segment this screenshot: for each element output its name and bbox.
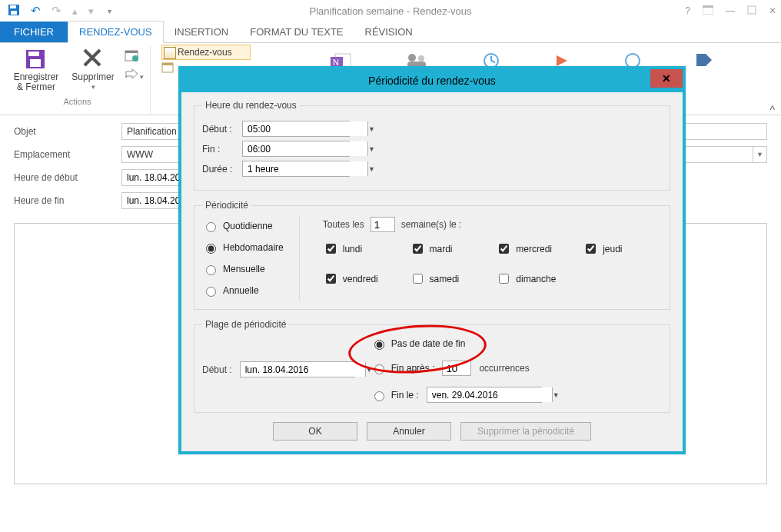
categorize-icon[interactable]: [695, 52, 713, 75]
down-arrow-icon[interactable]: ▾: [88, 5, 94, 17]
calendar-small-icon[interactable]: [125, 49, 144, 64]
end-time-label: Heure de fin: [14, 195, 121, 206]
fieldset-pattern: Périodicité Quotidienne Hebdomadaire Men…: [194, 200, 670, 310]
cb-tuesday[interactable]: mardi: [410, 241, 489, 256]
radio-daily-label: Quotidienne: [223, 221, 273, 231]
duration-combo[interactable]: ▼: [242, 161, 350, 177]
tab-insertion[interactable]: INSERTION: [164, 22, 240, 42]
occurrences-lbl: occurrences: [479, 363, 529, 374]
end-on-combo[interactable]: ▼: [427, 387, 542, 403]
svg-rect-13: [125, 51, 138, 53]
subject-label: Objet: [14, 126, 121, 137]
cb-monday[interactable]: lundi: [323, 241, 402, 256]
appointment-subtab[interactable]: Rendez-vous: [161, 45, 251, 60]
every-n-input[interactable]: [371, 217, 395, 232]
range-legend: Plage de périodicité: [202, 319, 289, 330]
pattern-legend: Périodicité: [202, 200, 251, 211]
end-time-combo[interactable]: ▼: [242, 141, 350, 157]
cb-friday-label: vendredi: [343, 274, 378, 284]
tab-revision[interactable]: RÉVISION: [354, 22, 424, 42]
svg-rect-2: [11, 11, 17, 15]
group-actions-label: Actions: [63, 97, 91, 106]
radio-yearly[interactable]: Annuelle: [202, 284, 284, 297]
location-label: Emplacement: [14, 149, 121, 160]
dialog-title-label: Périodicité du rendez-vous: [368, 75, 496, 87]
cb-sunday[interactable]: dimanche: [496, 271, 575, 286]
radio-end-on[interactable]: Fin le :: [371, 389, 419, 401]
cb-saturday[interactable]: samedi: [410, 271, 489, 286]
cb-thursday-label: jeudi: [603, 244, 622, 254]
duration-value[interactable]: [243, 161, 367, 176]
recurrence-dialog: Périodicité du rendez-vous Heure du rend…: [178, 66, 686, 454]
range-start-value[interactable]: [241, 362, 365, 377]
end-on-value[interactable]: [427, 387, 552, 402]
svg-rect-4: [703, 5, 713, 8]
redo-icon[interactable]: ↷: [52, 4, 61, 18]
svg-rect-7: [28, 52, 39, 56]
save-icon[interactable]: [8, 4, 20, 18]
start-time-value[interactable]: [243, 121, 367, 136]
svg-rect-5: [748, 6, 756, 14]
radio-weekly[interactable]: Hebdomadaire: [202, 241, 284, 254]
svg-point-20: [408, 54, 416, 62]
start-time-label: Heure de début: [14, 172, 121, 183]
chevron-down-icon[interactable]: ▼: [367, 121, 375, 136]
cb-saturday-label: samedi: [430, 274, 460, 284]
location-dropdown-icon[interactable]: ▼: [753, 146, 767, 163]
tab-format[interactable]: FORMAT DU TEXTE: [239, 22, 354, 42]
maximize-icon[interactable]: [747, 5, 756, 17]
chevron-down-icon[interactable]: ▼: [367, 141, 375, 156]
every-prefix: Toutes les: [323, 219, 364, 230]
window-close-icon[interactable]: ✕: [769, 5, 776, 16]
radio-monthly[interactable]: Mensuelle: [202, 263, 284, 275]
end-time-value[interactable]: [243, 141, 367, 156]
ribbon-options-icon[interactable]: [703, 5, 713, 17]
delete-button[interactable]: Supprimer ▾: [68, 46, 118, 92]
tab-rendezvous[interactable]: RENDEZ-VOUS: [68, 21, 164, 43]
start-time-combo[interactable]: ▼: [242, 121, 350, 137]
chevron-down-icon[interactable]: ▼: [552, 387, 560, 402]
ribbon-tabs: FICHIER RENDEZ-VOUS INSERTION FORMAT DU …: [0, 22, 781, 43]
range-start-lbl: Début :: [202, 364, 232, 375]
minimize-icon[interactable]: —: [726, 5, 735, 16]
cancel-button[interactable]: Annuler: [367, 422, 451, 441]
undo-icon[interactable]: ↶: [31, 4, 41, 18]
save-close-icon: [24, 46, 48, 71]
cb-monday-label: lundi: [343, 244, 362, 254]
radio-end-on-label: Fin le :: [391, 390, 419, 401]
cb-friday[interactable]: vendredi: [323, 271, 402, 286]
radio-daily[interactable]: Quotidienne: [202, 220, 284, 232]
radio-no-end[interactable]: Pas de date de fin: [371, 337, 466, 350]
dialog-titlebar: Périodicité du rendez-vous: [181, 69, 683, 92]
occurrences-input[interactable]: [442, 361, 471, 376]
svg-rect-1: [10, 5, 16, 8]
dialog-close-button[interactable]: [650, 69, 683, 88]
radio-monthly-label: Mensuelle: [223, 264, 265, 274]
end-time-lbl: Fin :: [202, 144, 242, 155]
delete-icon: [81, 46, 105, 71]
svg-rect-8: [30, 59, 41, 67]
scheduling-subtab-icon[interactable]: [161, 62, 175, 75]
cb-wednesday[interactable]: mercredi: [496, 241, 575, 256]
start-time-lbl: Début :: [202, 124, 242, 135]
fieldset-time: Heure du rendez-vous Début : ▼ Fin : ▼ D…: [194, 100, 670, 191]
collapse-ribbon-icon[interactable]: ^: [769, 104, 775, 116]
svg-point-14: [132, 55, 138, 62]
chevron-down-icon[interactable]: ▼: [367, 161, 375, 176]
qat-expand-icon[interactable]: ▾: [108, 7, 111, 15]
svg-rect-16: [162, 63, 173, 65]
svg-line-25: [491, 61, 495, 62]
up-arrow-icon[interactable]: ▴: [72, 5, 78, 17]
ok-button[interactable]: OK: [273, 422, 357, 441]
help-icon[interactable]: ?: [685, 5, 690, 16]
tab-file[interactable]: FICHIER: [0, 22, 68, 42]
remove-recurrence-button[interactable]: Supprimer la périodicité: [460, 422, 591, 441]
cb-thursday[interactable]: jeudi: [583, 241, 662, 256]
save-close-button[interactable]: Enregistrer & Fermer: [11, 46, 61, 92]
cb-tuesday-label: mardi: [430, 244, 453, 254]
svg-point-21: [418, 55, 424, 62]
radio-end-after[interactable]: Fin après :: [371, 362, 435, 374]
range-start-combo[interactable]: ▼: [240, 361, 355, 377]
radio-end-after-label: Fin après :: [391, 363, 435, 374]
forward-small-icon[interactable]: ▾: [125, 68, 144, 81]
